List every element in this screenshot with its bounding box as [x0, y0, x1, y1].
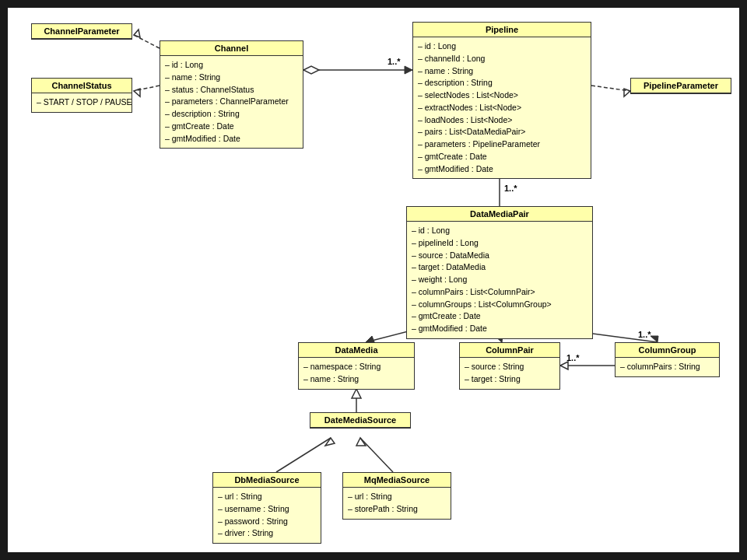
field-row: – START / STOP / PAUSE — [37, 96, 127, 109]
class-title-channel: Channel — [160, 41, 303, 56]
svg-text:1..*: 1..* — [504, 184, 517, 193]
svg-text:1..*: 1..* — [566, 353, 580, 362]
field-row: – gmtModified : Date — [165, 133, 298, 145]
class-body-columnpair: – source : String– target : String — [460, 358, 559, 389]
class-title-dbmediasource: DbMediaSource — [213, 473, 321, 488]
svg-line-26 — [276, 438, 331, 472]
uml-class-datamediapair: DataMediaPair– id : Long– pipelineId : L… — [406, 206, 593, 339]
svg-line-0 — [134, 35, 160, 48]
uml-class-mqmediasource: MqMediaSource– url : String– storePath :… — [342, 472, 451, 520]
uml-class-pipelineparameter: PipelineParameter — [630, 78, 731, 94]
field-row: – id : Long — [412, 225, 587, 237]
field-row: – extractNodes : List<Node> — [418, 102, 586, 114]
svg-line-8 — [591, 86, 630, 91]
svg-marker-1 — [134, 30, 140, 37]
svg-marker-9 — [624, 89, 630, 96]
svg-marker-3 — [134, 89, 140, 96]
field-row: – description : String — [165, 108, 298, 121]
uml-canvas: 1..* 1..* 1..* 1..* 1..* C — [8, 8, 739, 552]
svg-marker-6 — [303, 66, 319, 74]
field-row: – password : String — [218, 516, 316, 528]
uml-class-channelparameter: ChannelParameter — [31, 23, 132, 40]
field-row: – target : DataMedia — [412, 261, 587, 274]
class-body-channelstatus: – START / STOP / PAUSE — [32, 93, 132, 112]
field-row: – columnGroups : List<ColumnGroup> — [412, 299, 587, 311]
svg-marker-29 — [356, 438, 366, 446]
field-row: – pipelineId : Long — [412, 237, 587, 250]
field-row: – name : String — [165, 72, 298, 84]
field-row: – gmtCreate : Date — [412, 310, 587, 323]
field-row: – weight : Long — [412, 274, 587, 286]
field-row: – gmtCreate : Date — [418, 151, 586, 163]
uml-class-columnpair: ColumnPair– source : String– target : St… — [459, 342, 560, 390]
field-row: – username : String — [218, 503, 316, 516]
uml-class-columngroup: ColumnGroup– columnPairs : String — [615, 342, 720, 377]
field-row: – source : DataMedia — [412, 250, 587, 262]
class-title-datemediasource: DateMediaSource — [310, 413, 410, 428]
field-row: – source : String — [465, 361, 555, 373]
class-body-columngroup: – columnPairs : String — [615, 358, 719, 376]
field-row: – parameters : PipelineParameter — [418, 138, 586, 151]
field-row: – url : String — [218, 491, 316, 503]
field-row: – id : Long — [165, 59, 298, 72]
svg-marker-19 — [651, 336, 658, 342]
uml-class-dbmediasource: DbMediaSource– url : String– username : … — [212, 472, 321, 544]
field-row: – name : String — [418, 65, 586, 78]
field-row: – gmtModified : Date — [412, 323, 587, 335]
field-row: – channelId : Long — [418, 53, 586, 65]
class-body-mqmediasource: – url : String– storePath : String — [343, 488, 451, 519]
class-title-channelstatus: ChannelStatus — [32, 79, 132, 93]
class-title-datamedia: DataMedia — [299, 343, 414, 358]
class-body-datamediapair: – id : Long– pipelineId : Long– source :… — [407, 222, 592, 338]
field-row: – driver : String — [218, 527, 316, 540]
field-row: – gmtCreate : Date — [165, 121, 298, 133]
svg-text:1..*: 1..* — [638, 330, 651, 339]
field-row: – storePath : String — [348, 503, 446, 516]
svg-marker-27 — [325, 438, 335, 446]
svg-line-28 — [360, 438, 393, 472]
field-row: – selectNodes : List<Node> — [418, 89, 586, 102]
field-row: – namespace : String — [303, 361, 409, 373]
field-row: – name : String — [303, 373, 409, 386]
class-title-datamediapair: DataMediaPair — [407, 207, 592, 222]
class-title-mqmediasource: MqMediaSource — [343, 473, 451, 488]
field-row: – pairs : List<DataMediaPair> — [418, 126, 586, 138]
field-row: – parameters : ChannelParameter — [165, 96, 298, 108]
uml-class-channel: Channel– id : Long– name : String– statu… — [160, 40, 303, 149]
class-title-pipelineparameter: PipelineParameter — [631, 79, 731, 93]
uml-class-pipeline: Pipeline– id : Long– channelId : Long– n… — [412, 22, 591, 179]
svg-marker-22 — [560, 362, 568, 369]
class-title-channelparameter: ChannelParameter — [32, 24, 132, 39]
uml-class-datemediasource: DateMediaSource — [310, 412, 411, 429]
class-title-columngroup: ColumnGroup — [615, 343, 719, 358]
svg-text:1..*: 1..* — [388, 57, 401, 66]
class-body-channel: – id : Long– name : String– status : Cha… — [160, 56, 303, 148]
field-row: – columnPairs : List<ColumnPair> — [412, 286, 587, 299]
field-row: – description : String — [418, 77, 586, 89]
field-row: – columnPairs : String — [620, 361, 714, 373]
svg-marker-25 — [352, 389, 361, 398]
svg-line-2 — [134, 86, 160, 91]
field-row: – target : String — [465, 373, 555, 386]
field-row: – gmtModified : Date — [418, 163, 586, 176]
svg-marker-5 — [405, 66, 412, 74]
uml-class-channelstatus: ChannelStatus– START / STOP / PAUSE — [31, 78, 132, 113]
uml-class-datamedia: DataMedia– namespace : String– name : St… — [298, 342, 415, 390]
field-row: – id : Long — [418, 40, 586, 53]
field-row: – loadNodes : List<Node> — [418, 114, 586, 127]
class-title-pipeline: Pipeline — [413, 23, 591, 37]
class-title-columnpair: ColumnPair — [460, 343, 559, 358]
class-body-dbmediasource: – url : String– username : String– passw… — [213, 488, 321, 543]
field-row: – url : String — [348, 491, 446, 503]
class-body-pipeline: – id : Long– channelId : Long– name : St… — [413, 37, 591, 178]
class-body-datamedia: – namespace : String– name : String — [299, 358, 414, 389]
field-row: – status : ChannelStatus — [165, 84, 298, 96]
